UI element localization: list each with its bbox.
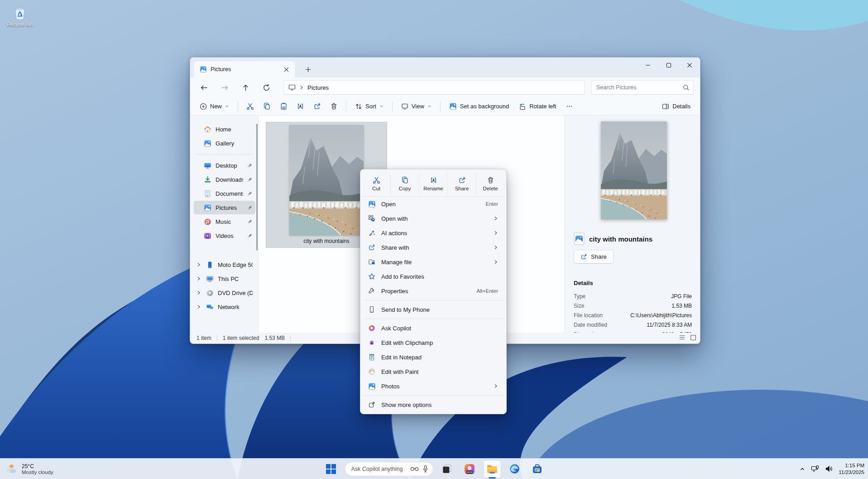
menu-item-open[interactable]: Open Enter [362, 197, 504, 211]
breadcrumb[interactable]: Pictures [307, 84, 329, 91]
details-rows: TypeJPG File Size1.53 MB File locationC:… [574, 291, 692, 339]
back-button[interactable] [197, 80, 211, 95]
task-view-button[interactable] [438, 460, 456, 478]
microsoft-store-button[interactable] [528, 460, 547, 478]
share-button[interactable]: Share [574, 250, 614, 264]
sidebar-scrollbar[interactable] [256, 124, 258, 251]
selection-count: 1 item selected [223, 335, 259, 341]
chevron-right-icon[interactable] [196, 262, 202, 267]
forward-button[interactable] [217, 80, 232, 95]
volume-tray-icon[interactable] [825, 465, 833, 473]
forward-icon [221, 84, 229, 92]
menu-item-ai-actions[interactable]: AI actions [362, 226, 504, 240]
rotate-left-button[interactable]: Rotate left [515, 100, 560, 113]
menu-item-send-to-my-phone[interactable]: Send to My Phone [362, 302, 504, 317]
sidebar-item-desktop[interactable]: Desktop [194, 159, 255, 172]
detail-row-type: TypeJPG File [574, 291, 692, 301]
windows-logo-icon [326, 464, 336, 474]
menu-item-edit-with-clipchamp[interactable]: Edit with Clipchamp [362, 335, 504, 350]
minimize-button[interactable] [638, 58, 658, 73]
chevron-right-icon[interactable] [196, 276, 202, 281]
menu-item-properties[interactable]: Properties Alt+Enter [362, 284, 504, 298]
tab-pictures[interactable]: Pictures [194, 61, 295, 77]
menu-item-ask-copilot[interactable]: Ask Copilot [362, 321, 504, 335]
network-tray-icon[interactable] [811, 465, 820, 473]
close-button[interactable] [679, 58, 700, 73]
sort-button[interactable]: Sort [351, 100, 388, 113]
file-explorer-button[interactable] [483, 460, 501, 478]
taskbar-clock[interactable]: 1:15 PM 11/23/2025 [839, 462, 864, 476]
search-icon[interactable] [683, 84, 690, 91]
edge-button[interactable] [506, 460, 524, 478]
copy-button[interactable] [259, 100, 274, 113]
quick-action-copy[interactable]: Copy [390, 171, 419, 196]
quick-action-rename[interactable]: Rename [419, 171, 447, 196]
sidebar-item-network[interactable]: Network [194, 300, 255, 314]
recycle-bin-shortcut[interactable]: Recycle Bin [4, 5, 36, 27]
this-pc-icon [206, 275, 214, 283]
sidebar-item-music[interactable]: Music [194, 215, 255, 228]
preview-image [601, 121, 667, 219]
m365-copilot-button[interactable]: M365 [460, 460, 479, 478]
delete-button[interactable] [326, 100, 341, 113]
chevron-right-icon[interactable] [196, 305, 202, 309]
open-with-icon [368, 215, 376, 222]
sidebar-item-videos[interactable]: Videos [194, 229, 255, 242]
sidebar-item-moto-edge[interactable]: Moto Edge 50 N [194, 258, 255, 271]
set-as-background-button[interactable]: Set as background [445, 100, 513, 113]
sidebar-item-gallery[interactable]: Gallery [194, 136, 255, 150]
taskbar-search[interactable] [345, 462, 433, 476]
chevron-right-icon[interactable] [196, 290, 202, 295]
pin-icon [247, 233, 253, 238]
menu-item-add-to-favorites[interactable]: Add to Favorites [362, 269, 504, 284]
new-tab-button[interactable] [301, 63, 315, 76]
tab-close-icon[interactable] [281, 64, 291, 74]
sidebar-item-home[interactable]: Home [194, 122, 255, 136]
sidebar-item-documents[interactable]: Documents [194, 187, 255, 200]
chevron-down-icon [427, 104, 432, 108]
details-pane-button[interactable]: Details [658, 100, 695, 113]
quick-action-share[interactable]: Share [447, 171, 476, 196]
maximize-button[interactable] [658, 58, 679, 73]
view-button[interactable]: View [397, 100, 436, 113]
thumbnail-view-toggle-icon[interactable] [690, 334, 696, 341]
weather-icon [5, 462, 18, 476]
rename-button[interactable] [293, 100, 308, 113]
menu-item-open-with[interactable]: Open with [362, 211, 504, 226]
paste-button[interactable] [276, 100, 291, 113]
start-button[interactable] [322, 460, 340, 478]
taskbar-search-input[interactable] [351, 466, 407, 472]
share-icon [458, 176, 466, 184]
share-button-toolbar[interactable] [310, 100, 325, 113]
menu-item-edit-in-notepad[interactable]: Edit in Notepad [362, 350, 504, 364]
copilot-icon [368, 324, 376, 332]
new-button[interactable]: New [196, 100, 233, 113]
pictures-tab-icon [200, 66, 207, 73]
sidebar-item-pictures[interactable]: Pictures [194, 201, 255, 214]
list-view-toggle-icon[interactable] [679, 334, 686, 341]
quick-action-delete[interactable]: Delete [476, 171, 504, 196]
refresh-button[interactable] [259, 80, 273, 95]
recycle-bin-icon [12, 5, 28, 21]
cut-button[interactable] [243, 100, 258, 113]
address-bar[interactable]: Pictures [283, 80, 585, 95]
tray-chevron-up-icon[interactable] [799, 466, 806, 472]
more-options-button[interactable] [562, 100, 577, 112]
sidebar-item-dvd-drive[interactable]: DVD Drive (D:) C [194, 286, 255, 300]
quick-action-cut[interactable]: Cut [362, 171, 390, 196]
sidebar-item-downloads[interactable]: Downloads [194, 173, 255, 186]
menu-item-share-with[interactable]: Share with [362, 240, 504, 255]
microphone-icon[interactable] [422, 465, 428, 473]
search-input[interactable] [596, 84, 683, 91]
clock-date: 11/23/2025 [839, 469, 864, 476]
menu-item-edit-with-paint[interactable]: Edit with Paint [362, 364, 504, 379]
sidebar-item-this-pc[interactable]: This PC [194, 272, 255, 285]
taskbar-weather-widget[interactable]: 25°C Mostly cloudy [5, 462, 53, 476]
up-button[interactable] [238, 80, 253, 95]
phone-icon [206, 261, 214, 269]
ai-sparkle-icon [368, 229, 376, 237]
menu-item-photos[interactable]: Photos [362, 379, 504, 393]
copy-icon [263, 102, 271, 110]
menu-item-manage-file[interactable]: Manage file [362, 255, 504, 269]
menu-item-show-more-options[interactable]: Show more options [362, 397, 504, 412]
